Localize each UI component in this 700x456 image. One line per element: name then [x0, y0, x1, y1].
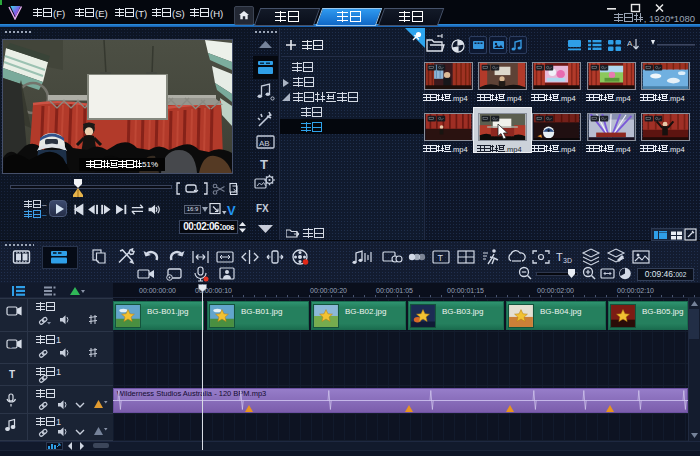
svg-text:T: T [556, 251, 563, 263]
svg-text:AB: AB [259, 139, 270, 148]
svg-text:3D: 3D [563, 257, 572, 264]
svg-text:A: A [627, 39, 633, 48]
svg-text:T: T [260, 157, 268, 172]
svg-text:T: T [438, 253, 444, 263]
svg-text:FX: FX [256, 203, 269, 214]
